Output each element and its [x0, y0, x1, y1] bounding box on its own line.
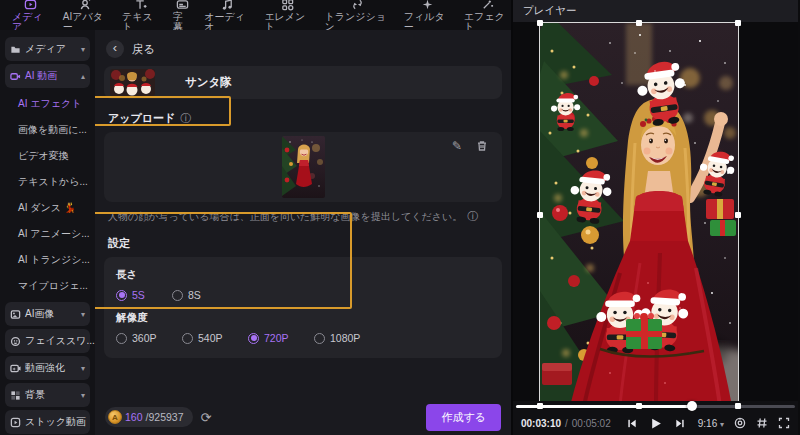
- tab-text[interactable]: テキスト: [122, 0, 160, 32]
- sidebar-item-label: 動画強化: [25, 361, 65, 375]
- radio-360p[interactable]: 360P: [116, 332, 182, 344]
- radio-dot: [116, 290, 127, 301]
- background-icon: [10, 390, 21, 401]
- tab-label: メディア: [12, 12, 50, 32]
- selection-handle[interactable]: [537, 403, 543, 409]
- sidebar-item-ai-animation[interactable]: AI アニメーシ...: [0, 221, 95, 247]
- seek-bar[interactable]: [513, 401, 798, 411]
- sidebar-item-label: AI ダンス 💃: [18, 202, 76, 213]
- image-icon: [10, 309, 21, 320]
- upload-panel[interactable]: ✎: [104, 132, 502, 202]
- transport-controls: [626, 417, 685, 430]
- sidebar-item-label: AI エフェクト: [18, 98, 81, 109]
- selection-handle[interactable]: [636, 20, 642, 26]
- delete-icon[interactable]: [476, 140, 488, 154]
- sidebar-item-image-to-video[interactable]: 画像を動画に...: [0, 117, 95, 143]
- previous-frame-button[interactable]: [626, 418, 637, 429]
- radio-720p[interactable]: 720P: [248, 332, 314, 344]
- selection-handle[interactable]: [537, 20, 543, 26]
- player-stage: [513, 22, 798, 401]
- credits-badge[interactable]: A 160 /925937: [105, 407, 193, 427]
- create-button[interactable]: 作成する: [426, 404, 501, 431]
- selection-handle[interactable]: [735, 403, 741, 409]
- sidebar-item-label: AI画像: [25, 307, 54, 321]
- sidebar-item-label: AI トランジシ...: [18, 254, 90, 265]
- radio-label: 5S: [132, 289, 145, 301]
- fullscreen-icon[interactable]: [778, 417, 790, 429]
- tab-effects[interactable]: エフェクト: [464, 0, 511, 32]
- chevron-down-icon: ▾: [81, 391, 85, 400]
- grid-icon[interactable]: [756, 417, 768, 429]
- tab-audio[interactable]: オーディオ: [204, 0, 251, 32]
- settings-panel: 長さ 5S 8S 解像度 360P 540P 720P 1080P: [104, 257, 502, 358]
- player-panel: プレイヤー: [513, 0, 798, 435]
- aspect-ratio-dropdown[interactable]: 9:16 ▾: [698, 418, 724, 429]
- radio-label: 360P: [132, 332, 157, 344]
- tab-subtitles[interactable]: 字幕: [173, 0, 191, 32]
- radio-8s[interactable]: 8S: [172, 289, 201, 301]
- tab-transitions[interactable]: トランジション: [325, 0, 391, 32]
- selection-handle[interactable]: [735, 212, 741, 218]
- selection-handle[interactable]: [636, 403, 642, 409]
- sidebar-item-background[interactable]: 背景 ▾: [5, 383, 90, 407]
- sidebar-item-stock-video[interactable]: ストック動画: [5, 410, 90, 434]
- player-right-controls: 9:16 ▾: [698, 417, 790, 429]
- aspect-ratio-value: 9:16: [698, 418, 717, 429]
- snapshot-icon[interactable]: [734, 417, 746, 429]
- refresh-icon[interactable]: ⟳: [201, 410, 212, 425]
- play-button[interactable]: [649, 417, 662, 430]
- playhead-knob[interactable]: [687, 401, 697, 411]
- bottom-bar: A 160 /925937 ⟳ 作成する: [95, 399, 511, 435]
- sidebar-item-media[interactable]: メディア ▾: [5, 37, 90, 61]
- radio-dot: [248, 333, 259, 344]
- video-preview[interactable]: [540, 23, 738, 406]
- sidebar-item-label: ビデオ変換: [18, 150, 69, 161]
- tab-label: エレメント: [264, 12, 311, 32]
- uploaded-image: [282, 136, 325, 198]
- sidebar-item-label: 背景: [25, 388, 45, 402]
- sidebar-item-label: AI アニメーシ...: [18, 228, 90, 239]
- tab-label: オーディオ: [204, 12, 251, 32]
- radio-540p[interactable]: 540P: [182, 332, 248, 344]
- sidebar-item-video-convert[interactable]: ビデオ変換: [0, 143, 95, 169]
- selection-handle[interactable]: [735, 20, 741, 26]
- sidebar-item-my-projects[interactable]: マイプロジェ...: [0, 273, 95, 299]
- chevron-down-icon: ▾: [81, 45, 85, 54]
- credits-used: 160: [125, 411, 143, 423]
- back-icon: ‹: [113, 40, 117, 55]
- sidebar-item-ai-dance[interactable]: AI ダンス 💃: [0, 195, 95, 221]
- sidebar-item-ai-transition[interactable]: AI トランジシ...: [0, 247, 95, 273]
- tab-ai-avatar[interactable]: AIアバター: [63, 0, 109, 32]
- sidebar-item-ai-effects[interactable]: AI エフェクト: [0, 91, 95, 117]
- avatar-icon: [79, 0, 92, 11]
- edit-icon[interactable]: ✎: [452, 140, 462, 154]
- selection-handle[interactable]: [537, 212, 543, 218]
- tab-filters[interactable]: フィルター: [404, 0, 451, 32]
- sidebar-item-text-to[interactable]: テキストから...: [0, 169, 95, 195]
- video-camera-icon: [10, 71, 21, 82]
- tab-label: エフェクト: [464, 12, 511, 32]
- sidebar-item-label: ストック動画: [25, 415, 86, 429]
- radio-1080p[interactable]: 1080P: [314, 332, 360, 344]
- left-column: メディア AIアバター テキスト 字幕 オーディオ エレメント: [0, 0, 513, 435]
- resolution-label: 解像度: [116, 311, 490, 325]
- sidebar-item-ai-image[interactable]: AI画像 ▾: [5, 302, 90, 326]
- chevron-down-icon: ▾: [81, 310, 85, 319]
- back-button[interactable]: ‹: [106, 40, 124, 58]
- tab-media[interactable]: メディア: [12, 0, 50, 32]
- sidebar-item-face-swap[interactable]: フェイススワ... ▾: [5, 329, 90, 353]
- next-frame-button[interactable]: [674, 418, 685, 429]
- sidebar-item-ai-video[interactable]: AI 動画 ▴: [5, 64, 90, 88]
- info-icon[interactable]: ⓘ: [180, 111, 191, 126]
- main-panel: ‹ 戻る サンタ: [95, 30, 511, 435]
- settings-title: 設定: [108, 236, 130, 251]
- info-icon[interactable]: ⓘ: [467, 209, 478, 224]
- radio-label: 1080P: [330, 332, 360, 344]
- tab-label: テキスト: [122, 12, 160, 32]
- radio-5s[interactable]: 5S: [116, 289, 172, 301]
- effects-icon: [481, 0, 494, 11]
- template-card[interactable]: サンタ隊: [104, 66, 502, 99]
- tab-elements[interactable]: エレメント: [264, 0, 311, 32]
- sidebar-item-video-enhance[interactable]: 動画強化 ▾: [5, 356, 90, 380]
- total-duration: 00:05:02: [572, 418, 611, 429]
